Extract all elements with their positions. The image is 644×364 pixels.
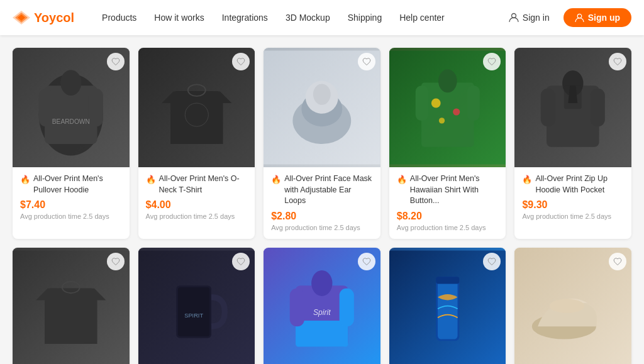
- product-title-text: All-Over Print Men's Hawaiian Shirt With…: [410, 174, 499, 207]
- product-production-time: Avg production time 2.5 days: [397, 224, 499, 231]
- product-info: 🔥 All-Over Print Men's Pullover Hoodie $…: [13, 167, 130, 228]
- product-title-text: All-Over Print Men's O-Neck T-Shirt: [159, 174, 248, 196]
- product-title: 🔥 All-Over Print Men's O-Neck T-Shirt: [146, 174, 248, 196]
- fire-icon: 🔥: [397, 174, 407, 185]
- fire-icon: 🔥: [20, 174, 30, 185]
- fire-icon: 🔥: [522, 174, 532, 185]
- nav-how-it-works[interactable]: How it works: [145, 0, 213, 35]
- heart-icon: [236, 57, 245, 66]
- product-production-time: Avg production time 2.5 days: [146, 212, 248, 220]
- nav-help-center[interactable]: Help center: [391, 0, 453, 35]
- product-image-wrap: [389, 48, 506, 167]
- svg-marker-14: [162, 91, 231, 144]
- nav-products[interactable]: Products: [93, 0, 145, 35]
- product-image-wrap: BEARDOWN: [13, 48, 130, 167]
- product-image-wrap: [514, 248, 631, 365]
- brand-name: Yoycol: [34, 11, 74, 25]
- svg-text:BEARDOWN: BEARDOWN: [52, 118, 90, 125]
- svg-point-48: [311, 270, 332, 296]
- wishlist-button[interactable]: [232, 253, 250, 270]
- svg-text:SPIRIT: SPIRIT: [184, 312, 203, 319]
- nav-integrations[interactable]: Integrations: [213, 0, 277, 35]
- product-card[interactable]: Spirit 🔥 All-Over Print Men's Pullover H…: [264, 248, 380, 365]
- navbar: Yoycol Products How it works Integration…: [0, 0, 644, 35]
- svg-point-28: [453, 108, 460, 115]
- heart-icon: [362, 57, 371, 66]
- svg-rect-47: [296, 320, 348, 346]
- svg-rect-25: [416, 85, 428, 121]
- product-image-wrap: [514, 48, 631, 167]
- heart-icon: [111, 57, 120, 66]
- svg-rect-49: [290, 288, 304, 326]
- product-card[interactable]: 🔥 All-Over Print Straight Tumbler $6.80 …: [389, 248, 506, 365]
- heart-icon: [613, 57, 622, 66]
- svg-point-24: [438, 69, 457, 92]
- product-image-wrap: [13, 248, 130, 365]
- product-price: $8.20: [397, 211, 499, 222]
- product-price: $2.80: [271, 211, 373, 222]
- wishlist-button[interactable]: [107, 253, 125, 270]
- svg-rect-10: [89, 89, 103, 126]
- wishlist-button[interactable]: [609, 253, 626, 270]
- nav-links: Products How it works Integrations 3D Mo…: [93, 0, 501, 35]
- product-image-wrap: Spirit: [264, 248, 380, 365]
- signin-button[interactable]: Sign in: [501, 9, 557, 26]
- product-title: 🔥 All-Over Print Men's Pullover Hoodie: [20, 174, 122, 196]
- product-title-text: All-Over Print Zip Up Hoodie With Pocket: [535, 174, 624, 196]
- svg-point-21: [313, 84, 331, 104]
- svg-rect-55: [436, 277, 459, 284]
- wishlist-button[interactable]: [107, 53, 125, 70]
- product-card[interactable]: 🔥 All-Over Print Sneakers $19.50 Avg pro…: [514, 248, 631, 365]
- signup-user-icon: [575, 13, 584, 23]
- nav-3d-mockup[interactable]: 3D Mockup: [277, 0, 339, 35]
- product-production-time: Avg production time 2.5 days: [522, 212, 624, 220]
- nav-actions: Sign in Sign up: [501, 8, 631, 27]
- brand-logo[interactable]: Yoycol: [13, 11, 74, 25]
- logo-icon: [13, 11, 30, 25]
- product-card[interactable]: 🔥 All-Over Print Men's Hawaiian Shirt Wi…: [389, 48, 506, 239]
- product-card[interactable]: SPIRIT 🔥 All-Over Print Mug $5.50 Avg pr…: [138, 248, 255, 365]
- product-info: 🔥 All-Over Print Men's Hawaiian Shirt Wi…: [389, 167, 506, 239]
- product-card[interactable]: 🔥 All-Over Print Zip Up Hoodie With Pock…: [514, 48, 631, 239]
- product-production-time: Avg production time 2.5 days: [20, 212, 122, 220]
- heart-icon: [487, 57, 496, 66]
- product-price: $9.30: [522, 199, 624, 211]
- svg-point-29: [439, 118, 445, 123]
- product-card[interactable]: 🔥 All-Over Print Face Mask with Adjustab…: [264, 48, 380, 239]
- svg-rect-26: [467, 85, 479, 121]
- product-image-wrap: [389, 248, 506, 365]
- signup-button[interactable]: Sign up: [564, 8, 631, 27]
- product-card[interactable]: BEARDOWN 🔥 All-Over Print Men's Pullover…: [13, 48, 130, 239]
- user-icon: [509, 13, 519, 23]
- svg-rect-34: [591, 89, 605, 126]
- svg-rect-43: [178, 287, 209, 336]
- heart-icon: [613, 257, 622, 266]
- svg-marker-39: [36, 288, 106, 343]
- product-title: 🔥 All-Over Print Face Mask with Adjustab…: [271, 174, 373, 207]
- svg-point-27: [431, 99, 441, 108]
- product-card[interactable]: 🔥 All-Over Print Men's Hawaiian Shirt $8…: [13, 248, 130, 365]
- wishlist-button[interactable]: [358, 253, 375, 270]
- wishlist-button[interactable]: [483, 253, 501, 270]
- fire-icon: 🔥: [271, 174, 281, 185]
- product-info: 🔥 All-Over Print Men's O-Neck T-Shirt $4…: [138, 167, 255, 228]
- svg-rect-9: [39, 89, 53, 126]
- fire-icon: 🔥: [146, 174, 156, 185]
- nav-shipping[interactable]: Shipping: [339, 0, 391, 35]
- product-title: 🔥 All-Over Print Zip Up Hoodie With Pock…: [522, 174, 624, 196]
- wishlist-button[interactable]: [232, 53, 250, 70]
- product-production-time: Avg production time 2.5 days: [271, 224, 373, 231]
- product-title-text: All-Over Print Men's Pullover Hoodie: [33, 174, 122, 196]
- svg-rect-50: [340, 288, 354, 326]
- svg-point-58: [550, 299, 585, 312]
- product-card[interactable]: 🔥 All-Over Print Men's O-Neck T-Shirt $4…: [138, 48, 255, 239]
- product-info: 🔥 All-Over Print Face Mask with Adjustab…: [264, 167, 380, 239]
- heart-icon: [487, 257, 496, 266]
- wishlist-button[interactable]: [609, 53, 626, 70]
- svg-rect-33: [541, 89, 555, 126]
- heart-icon: [362, 257, 371, 266]
- wishlist-button[interactable]: [358, 53, 375, 70]
- product-info: 🔥 All-Over Print Zip Up Hoodie With Pock…: [514, 167, 631, 228]
- product-price: $7.40: [20, 199, 122, 211]
- product-image-wrap: [138, 48, 255, 167]
